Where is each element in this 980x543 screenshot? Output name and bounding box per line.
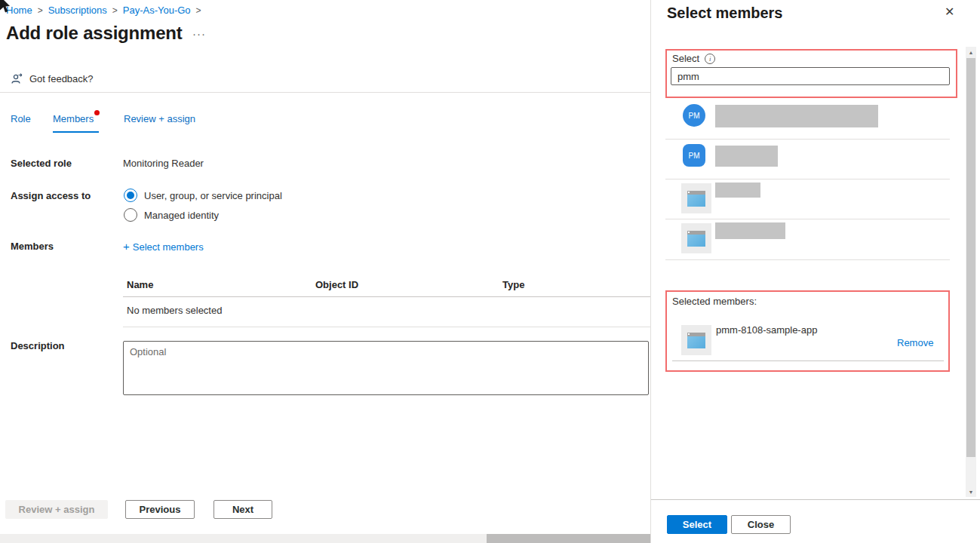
tab-bar: Role Members Review + assign [0,112,650,136]
tab-members-alert-dot [94,110,100,115]
redacted-name-bar [715,222,785,239]
user-avatar: PM [683,144,705,167]
horizontal-scrollbar-thumb[interactable] [487,534,650,543]
mouse-cursor-icon [0,0,12,14]
redacted-name-bar [715,183,760,198]
close-icon[interactable]: ✕ [945,6,954,18]
user-avatar: PM [683,104,705,127]
select-field-label: Select [672,53,699,64]
member-suggestion-row[interactable] [665,219,950,260]
radio-managed-identity[interactable]: Managed identity [124,208,219,222]
panel-scrollbar-thumb[interactable] [966,58,975,457]
tab-role[interactable]: Role [11,113,31,124]
breadcrumb-separator: > [196,5,201,16]
remove-member-link[interactable]: Remove [897,337,933,348]
selected-role-label: Selected role [11,158,72,169]
breadcrumb-pay-as-you-go[interactable]: Pay-As-You-Go [123,5,191,16]
select-field-label-row: Select i [672,53,715,64]
breadcrumb-separator: > [38,5,43,16]
column-header-object-id: Object ID [315,279,502,290]
description-label: Description [11,340,65,351]
radio-managed-label: Managed identity [144,210,219,221]
page-title: Add role assignment [6,23,183,44]
horizontal-scrollbar[interactable] [0,534,650,543]
scroll-up-icon[interactable]: ▲ [966,47,976,57]
member-suggestion-list: PM PM [665,99,950,260]
no-members-selected-row: No members selected [123,297,650,327]
members-table: Name Object ID Type No members selected [123,275,650,327]
tab-review-assign[interactable]: Review + assign [124,113,195,124]
selected-member-name: pmm-8108-sample-app [716,324,817,336]
select-members-link[interactable]: +Select members [123,241,204,253]
radio-user-group-service-principal[interactable]: User, group, or service principal [124,189,282,202]
application-icon [681,223,711,253]
radio-selected-icon[interactable] [124,189,137,202]
column-header-name: Name [123,279,315,290]
select-members-panel: Select members ✕ Select i PM PM [650,0,980,543]
assign-access-to-label: Assign access to [11,190,91,201]
redacted-name-bar [715,146,778,167]
previous-button[interactable]: Previous [125,500,195,519]
members-table-header: Name Object ID Type [123,275,650,297]
tab-members[interactable]: Members [53,113,94,124]
feedback-person-icon [11,72,23,85]
add-role-assignment-page: Home>Subscriptions>Pay-As-You-Go> Add ro… [0,0,650,543]
application-icon [681,183,711,213]
next-button[interactable]: Next [214,500,272,519]
application-icon [681,325,711,355]
panel-select-button[interactable]: Select [667,515,727,534]
description-textarea[interactable] [123,341,649,395]
members-label: Members [11,241,54,252]
info-icon[interactable]: i [705,54,715,64]
column-header-type: Type [502,279,650,290]
selected-member-divider [672,360,944,361]
member-search-input[interactable] [671,67,950,85]
breadcrumb: Home>Subscriptions>Pay-As-You-Go> [6,5,207,16]
member-suggestion-row[interactable]: PM [665,140,950,179]
scroll-down-icon[interactable]: ▼ [966,486,976,497]
radio-unselected-icon[interactable] [124,208,137,222]
more-menu-icon[interactable]: ··· [192,27,206,40]
got-feedback-button[interactable]: Got feedback? [11,72,94,85]
select-members-link-row: +Select members [123,240,204,253]
active-tab-underline [53,131,99,133]
panel-scrollbar[interactable]: ▲ ▼ [966,47,976,497]
command-bar-divider [0,92,650,93]
radio-user-label: User, group, or service principal [144,190,282,201]
member-suggestion-row[interactable] [665,179,950,219]
panel-close-button[interactable]: Close [731,515,791,534]
tab-members-label: Members [53,113,94,124]
panel-title: Select members [667,5,782,22]
member-suggestion-row[interactable]: PM [665,99,950,140]
selected-role-value: Monitoring Reader [123,158,204,169]
got-feedback-label: Got feedback? [29,73,94,84]
panel-footer-divider [651,499,980,500]
select-members-link-label: Select members [133,241,204,253]
review-assign-button[interactable]: Review + assign [5,500,108,519]
plus-icon: + [123,240,130,253]
breadcrumb-subscriptions[interactable]: Subscriptions [48,5,107,16]
selected-members-label: Selected members: [672,296,757,307]
redacted-name-bar [715,105,878,127]
azure-portal-screen: Home>Subscriptions>Pay-As-You-Go> Add ro… [0,0,980,543]
breadcrumb-separator: > [112,5,118,16]
